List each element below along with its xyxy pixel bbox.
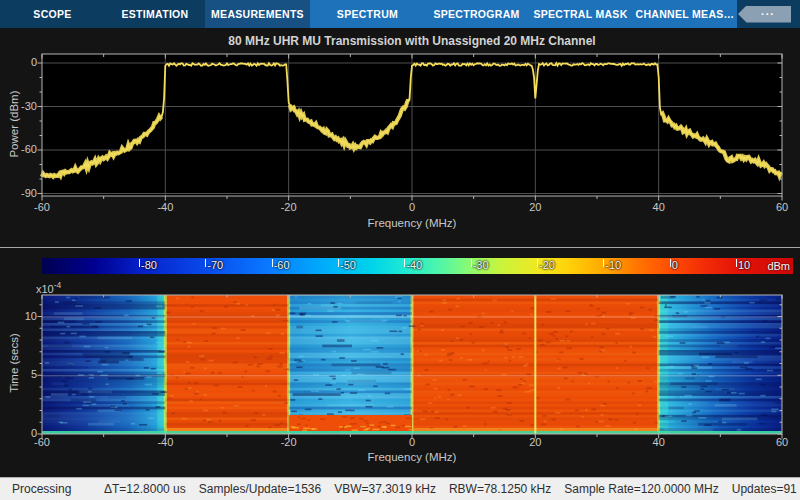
tab-estimation[interactable]: ESTIMATION [105,0,205,28]
status-stat: Samples/Update=1536 [199,482,321,496]
status-state: Processing [12,482,71,496]
time-axis-exponent-label: x10-4 [36,280,61,295]
tab-scope[interactable]: SCOPE [0,0,105,28]
spectrum-title: 80 MHz UHR MU Transmission with Unassign… [42,34,782,48]
toolstrip-overflow-zone: ··· [737,0,800,28]
toolstrip-tab-bar: SCOPEESTIMATIONMEASUREMENTSSPECTRUMSPECT… [0,0,800,28]
status-stat: VBW=37.3019 kHz [334,482,436,496]
exponent-value: -4 [54,280,62,290]
tab-spectrum[interactable]: SPECTRUM [310,0,425,28]
tab-spectrogram[interactable]: SPECTROGRAM [425,0,528,28]
tab-channel-meas[interactable]: CHANNEL MEAS… [633,0,737,28]
status-stat: Updates=91 [732,482,797,496]
toolstrip-collapse-button[interactable]: ··· [738,6,791,23]
status-stat: Sample Rate=120.0000 MHz [564,482,718,496]
panel-divider [0,247,800,248]
exponent-prefix: x10 [36,283,54,295]
tab-measurements[interactable]: MEASUREMENTS [205,0,310,28]
spectrum-analyzer-window: SCOPEESTIMATIONMEASUREMENTSSPECTRUMSPECT… [0,0,800,500]
status-stats: ΔT=12.8000 usSamples/Update=1536VBW=37.3… [104,482,800,496]
spectrum-x-axis-label: Frequency (MHz) [42,217,782,229]
colorbar-gradient [42,258,793,274]
tab-spectral-mask[interactable]: SPECTRAL MASK [528,0,633,28]
status-stat: RBW=78.1250 kHz [449,482,551,496]
status-bar: Processing ΔT=12.8000 usSamples/Update=1… [0,477,800,500]
spectrogram-x-axis-label: Frequency (MHz) [42,451,782,463]
status-stat: ΔT=12.8000 us [104,482,186,496]
colorbar-unit-label: dBm [745,260,790,272]
spectrogram-y-axis-label: Time (secs) [8,293,20,433]
spectrum-y-axis-label: Power (dBm) [8,54,20,194]
plots-canvas[interactable] [0,0,800,500]
